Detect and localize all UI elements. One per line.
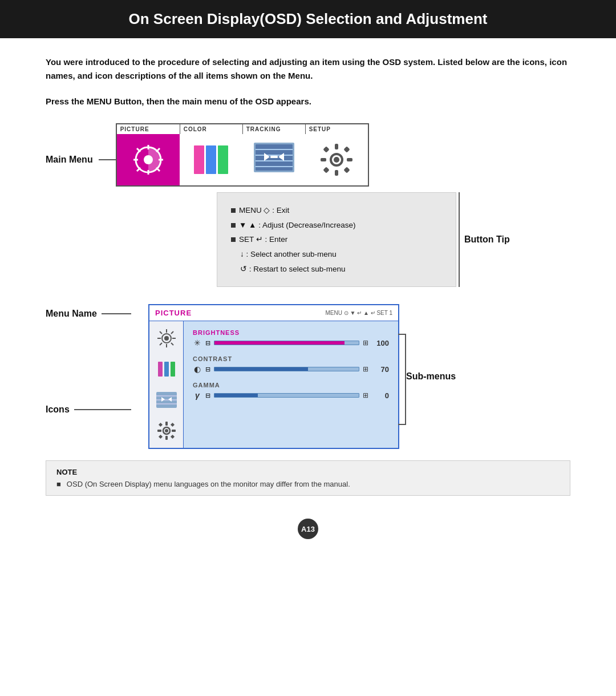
sub-item-contrast: CONTRAST ◐ ⊟ ⊞ 70 — [193, 355, 389, 374]
button-tip-section: MENU ◇ : Exit ▼ ▲ : Adjust (Decrease/Inc… — [46, 192, 570, 287]
note-section: NOTE ■ OSD (On Screen Display) menu lang… — [46, 460, 570, 496]
sidebar-icon-brightness — [155, 327, 178, 350]
tip-item-restart: ↺ : Restart to select sub-menu — [240, 262, 442, 277]
menu-icons-row: PICTURE — [116, 123, 369, 187]
svg-line-41 — [160, 343, 162, 345]
sub-menus-label: Sub-menus — [406, 371, 456, 382]
sidebar-icon-tracking — [155, 389, 178, 411]
svg-rect-26 — [321, 158, 326, 161]
svg-point-52 — [165, 429, 168, 432]
color-icon-box — [180, 134, 242, 185]
page-number-section: A13 — [46, 519, 570, 556]
svg-rect-12 — [218, 145, 228, 174]
svg-rect-54 — [165, 436, 168, 440]
setup-icon — [319, 143, 354, 177]
menu-item-tracking[interactable]: TRACKING — [242, 124, 305, 185]
sub-item-gamma: GAMMA γ ⊟ ⊞ 0 — [193, 382, 389, 400]
button-tip-label: Button Tip — [464, 234, 510, 245]
svg-line-38 — [160, 331, 162, 334]
osd-body: BRIGHTNESS ✳ ⊟ ⊞ 100 CONT — [149, 321, 398, 448]
gamma-value: 0 — [372, 391, 389, 400]
sidebar-icon-setup — [155, 419, 178, 442]
svg-line-40 — [171, 331, 173, 334]
sub-menus-bracket-line — [405, 334, 406, 425]
svg-point-23 — [334, 157, 339, 163]
svg-rect-27 — [347, 158, 352, 161]
svg-rect-28 — [323, 146, 330, 152]
tracking-icon-box — [242, 134, 305, 185]
main-menu-section: Main Menu PICTURE — [46, 123, 570, 187]
brightness-slider[interactable] — [214, 341, 359, 345]
menu-item-picture[interactable]: PICTURE — [117, 124, 180, 185]
button-tip-box: MENU ◇ : Exit ▼ ▲ : Adjust (Decrease/Inc… — [217, 192, 456, 287]
osd-panel: PICTURE MENU ⊙ ▼ ↵ ▲ ↵ SET 1 — [148, 304, 399, 449]
svg-rect-59 — [158, 435, 162, 439]
svg-rect-29 — [344, 146, 350, 152]
contrast-slider[interactable] — [214, 367, 359, 371]
page-header: On Screen Display(OSD) Selection and Adj… — [0, 0, 616, 38]
svg-rect-11 — [206, 145, 216, 174]
page-number-text: A13 — [301, 525, 315, 533]
svg-rect-42 — [158, 362, 163, 377]
svg-rect-60 — [170, 435, 174, 439]
tip-item-menu: MENU ◇ : Exit — [231, 203, 442, 218]
contrast-value: 70 — [372, 365, 389, 374]
bullet-icon — [231, 223, 236, 228]
svg-line-39 — [171, 343, 173, 345]
menu-item-setup[interactable]: SETUP — [305, 124, 368, 185]
osd-header: PICTURE MENU ⊙ ▼ ↵ ▲ ↵ SET 1 — [149, 305, 398, 321]
sub-item-brightness: BRIGHTNESS ✳ ⊟ ⊞ 100 — [193, 329, 389, 347]
tip-item-arrows: ▼ ▲ : Adjust (Decrease/Increase) — [231, 218, 442, 233]
press-instruction: Press the MENU Button, then the main men… — [46, 96, 570, 106]
note-text: ■ OSD (On Screen Display) menu languages… — [56, 480, 560, 488]
sidebar-icon-color — [155, 358, 178, 381]
svg-rect-30 — [323, 167, 330, 173]
brightness-icon-small: ✳ — [193, 338, 202, 347]
svg-point-33 — [164, 336, 169, 341]
header-title: On Screen Display(OSD) Selection and Adj… — [129, 10, 488, 27]
svg-rect-31 — [344, 167, 350, 173]
bullet-icon — [231, 208, 236, 213]
menu-name-label-row: Menu Name — [46, 309, 131, 319]
svg-rect-24 — [335, 144, 338, 149]
svg-line-9 — [137, 168, 140, 171]
osd-sidebar — [149, 321, 184, 448]
intro-text: You were introduced to the procedure of … — [46, 55, 570, 83]
osd-detail-section: Menu Name Icons PICTURE MENU ⊙ ▼ ↵ ▲ ↵ S… — [46, 304, 570, 449]
tip-item-set: SET ↵ : Enter — [231, 232, 442, 247]
sub-menus-label-row: Sub-menus — [406, 371, 456, 382]
picture-icon — [131, 143, 165, 177]
osd-header-title: PICTURE — [155, 309, 192, 317]
icons-label-row: Icons — [46, 404, 131, 415]
svg-rect-44 — [171, 362, 175, 377]
gamma-slider[interactable] — [214, 393, 359, 398]
svg-rect-21 — [270, 156, 278, 158]
svg-rect-25 — [335, 170, 338, 176]
svg-rect-56 — [172, 430, 176, 432]
menu-name-label: Menu Name — [46, 309, 97, 319]
svg-rect-53 — [165, 422, 168, 426]
gamma-icon-small: γ — [193, 391, 202, 400]
svg-rect-10 — [194, 145, 204, 174]
note-title: NOTE — [56, 468, 560, 476]
bullet-icon — [231, 237, 236, 242]
menu-item-color[interactable]: COLOR — [180, 124, 242, 185]
color-icon — [191, 140, 231, 180]
brightness-value: 100 — [372, 339, 389, 347]
main-menu-label: Main Menu — [46, 155, 93, 165]
setup-icon-box — [305, 134, 368, 185]
osd-header-controls: MENU ⊙ ▼ ↵ ▲ ↵ SET 1 — [325, 310, 392, 316]
svg-rect-57 — [158, 423, 162, 427]
svg-line-6 — [137, 148, 140, 152]
icons-label: Icons — [46, 404, 70, 415]
contrast-icon-small: ◐ — [193, 365, 202, 374]
picture-icon-box — [117, 134, 180, 185]
svg-rect-55 — [157, 430, 161, 432]
tracking-icon — [253, 141, 295, 179]
svg-rect-58 — [170, 423, 174, 427]
page-badge: A13 — [298, 519, 318, 539]
tip-item-down: ↓ : Select another sub-menu — [240, 247, 442, 262]
osd-main: BRIGHTNESS ✳ ⊟ ⊞ 100 CONT — [184, 321, 398, 448]
svg-rect-43 — [164, 362, 169, 377]
